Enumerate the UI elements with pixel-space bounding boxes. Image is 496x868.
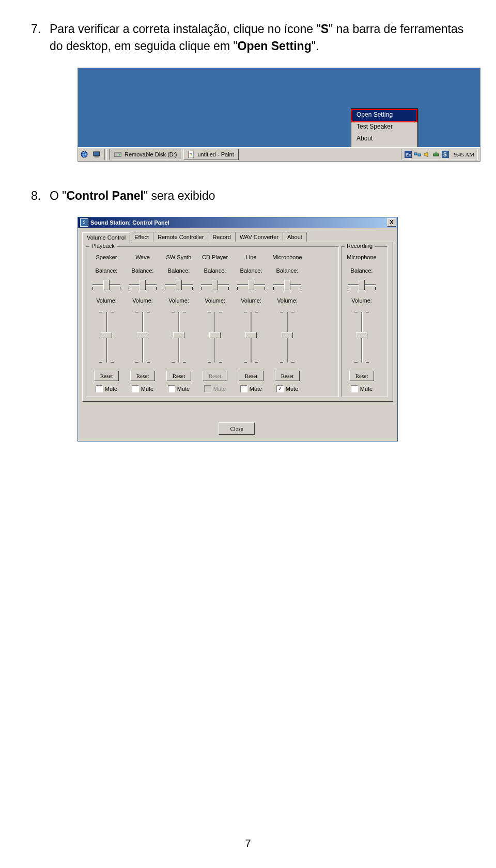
tab-record[interactable]: Record — [208, 232, 235, 242]
svg-rect-1 — [94, 152, 100, 156]
volume-slider[interactable] — [277, 309, 298, 366]
mute-row: Mute — [344, 385, 380, 392]
tray-remove-hw-icon[interactable] — [432, 151, 440, 158]
volume-slider[interactable] — [241, 309, 261, 366]
balance-slider[interactable] — [273, 279, 301, 290]
step-7-open: Open Setting — [238, 39, 312, 53]
svg-point-6 — [190, 153, 191, 154]
step-7-num: 7. — [31, 21, 41, 38]
balance-slider[interactable] — [237, 279, 265, 290]
reset-button[interactable]: Reset — [239, 371, 264, 381]
balance-label: Balance: — [344, 267, 380, 276]
tray-lang-icon[interactable]: En — [405, 151, 412, 158]
svg-point-9 — [191, 154, 192, 155]
close-icon[interactable]: X — [387, 218, 396, 227]
balance-slider — [201, 279, 229, 290]
volume-label: Volume: — [269, 297, 305, 306]
mute-checkbox[interactable] — [132, 385, 139, 392]
titlebar[interactable]: S Sound Station: Control Panel X — [78, 217, 397, 228]
menu-open-setting[interactable]: Open Setting — [351, 109, 417, 121]
mute-checkbox[interactable] — [168, 385, 175, 392]
mute-row: Mute — [197, 385, 233, 392]
reset-button[interactable]: Reset — [349, 371, 374, 381]
group-playback: Playback SpeakerBalance:Volume:ResetMute… — [86, 246, 339, 397]
volume-slider[interactable] — [132, 309, 153, 366]
reset-button[interactable]: Reset — [94, 371, 119, 381]
svg-point-8 — [190, 154, 191, 155]
tab-about[interactable]: About — [283, 232, 307, 242]
svg-rect-13 — [418, 154, 421, 156]
mute-checkbox[interactable] — [351, 385, 358, 392]
step-7-a: Para verificar a correta instalação, cli… — [50, 22, 321, 36]
taskbar: Removable Disk (D:) untitled - Paint En … — [78, 147, 480, 161]
close-button[interactable]: Close — [219, 422, 255, 435]
channel-label: Line — [233, 254, 269, 262]
volume-label: Volume: — [233, 297, 269, 306]
balance-slider[interactable] — [165, 279, 193, 290]
mute-row: Mute — [125, 385, 161, 392]
tab-wav-converter[interactable]: WAV Converter — [235, 232, 283, 242]
svg-rect-4 — [119, 154, 120, 155]
balance-label: Balance: — [161, 267, 197, 276]
svg-marker-16 — [435, 151, 438, 153]
mute-row: Mute — [161, 385, 197, 392]
svg-text:S: S — [443, 152, 447, 157]
svg-rect-2 — [95, 156, 99, 157]
balance-label: Balance: — [125, 267, 161, 276]
tab-remote-controller[interactable]: Remote Controller — [153, 232, 208, 242]
system-tray: En S 9:45 AM — [401, 149, 478, 160]
channel-cd-player: CD PlayerBalance:Volume:ResetMute — [197, 254, 233, 392]
channel-microphone: MicrophoneBalance:Volume:ResetMute — [344, 254, 380, 392]
tab-volume-control[interactable]: Volume Control — [82, 232, 130, 242]
group-playback-title: Playback — [89, 243, 117, 249]
menu-about[interactable]: About — [351, 133, 417, 145]
channel-label: Wave — [125, 254, 161, 262]
balance-label: Balance: — [197, 267, 233, 276]
task-removable-disk[interactable]: Removable Disk (D:) — [110, 149, 181, 160]
mute-checkbox — [204, 385, 211, 392]
volume-control-panel: Playback SpeakerBalance:Volume:ResetMute… — [82, 242, 393, 402]
balance-slider[interactable] — [348, 279, 376, 290]
channel-speaker: SpeakerBalance:Volume:ResetMute — [88, 254, 125, 392]
balance-slider[interactable] — [92, 279, 120, 290]
step-8: 8. O "Control Panel" sera exibido — [50, 187, 465, 204]
channel-sw-synth: SW SynthBalance:Volume:ResetMute — [161, 254, 197, 392]
balance-slider[interactable] — [129, 279, 157, 290]
menu-test-speaker[interactable]: Test Speaker — [351, 121, 417, 133]
volume-label: Volume: — [197, 297, 233, 306]
volume-slider[interactable] — [96, 309, 117, 366]
balance-label: Balance: — [269, 267, 305, 276]
step-8-cp: Control Panel — [66, 189, 144, 202]
reset-button[interactable]: Reset — [275, 371, 300, 381]
mute-row: ✓Mute — [269, 385, 305, 392]
task-removable-disk-label: Removable Disk (D:) — [125, 151, 177, 157]
tray-vol-icon[interactable] — [423, 151, 430, 158]
clock[interactable]: 9:45 AM — [454, 151, 474, 157]
channel-label: CD Player — [197, 254, 233, 262]
task-paint[interactable]: untitled - Paint — [183, 149, 238, 160]
mute-row: Mute — [88, 385, 125, 392]
tab-effect[interactable]: Effect — [130, 232, 153, 242]
reset-button[interactable]: Reset — [130, 371, 155, 381]
mute-checkbox[interactable] — [240, 385, 247, 392]
desktop-icon[interactable] — [92, 150, 101, 159]
tray-s-icon[interactable]: S — [442, 151, 449, 158]
mute-label: Mute — [360, 386, 373, 392]
volume-slider[interactable] — [351, 309, 372, 366]
channel-wave: WaveBalance:Volume:ResetMute — [125, 254, 161, 392]
mute-label: Mute — [213, 386, 226, 392]
reset-button[interactable]: Reset — [166, 371, 191, 381]
balance-label: Balance: — [88, 267, 125, 276]
group-recording-title: Recording — [345, 243, 375, 249]
tray-net-icon[interactable] — [414, 151, 421, 158]
volume-label: Volume: — [125, 297, 161, 306]
mute-checkbox[interactable] — [96, 385, 103, 392]
volume-slider — [205, 309, 225, 366]
mute-checkbox[interactable]: ✓ — [276, 385, 284, 392]
window-icon: S — [80, 218, 88, 227]
volume-slider[interactable] — [168, 309, 189, 366]
control-panel-window: S Sound Station: Control Panel X Volume … — [78, 217, 398, 441]
ie-icon[interactable] — [80, 150, 88, 159]
svg-point-7 — [191, 153, 192, 154]
step-8-b: " sera exibido — [144, 189, 215, 202]
